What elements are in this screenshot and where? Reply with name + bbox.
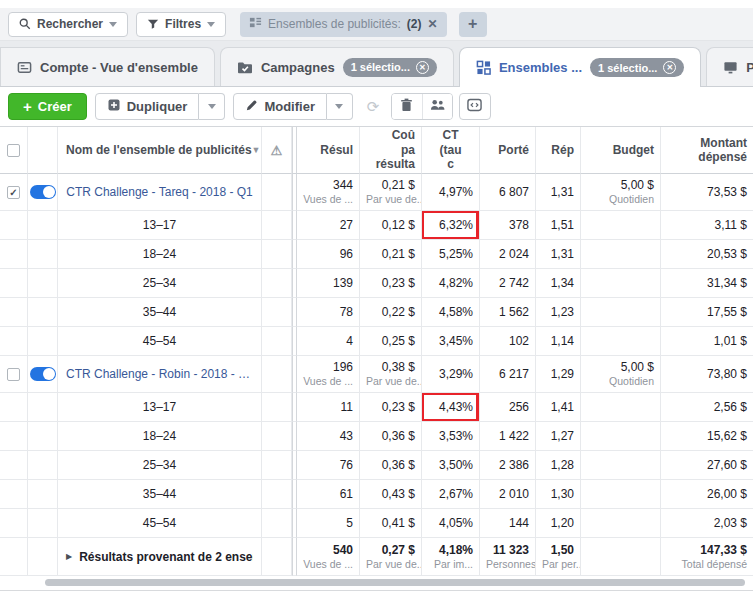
cell-value: 1 422 (486, 429, 529, 444)
cell-ctr: 4,05% (422, 509, 480, 538)
cell-sublabel: Par im... (428, 558, 473, 571)
ab-test-button[interactable] (422, 94, 452, 119)
sort-caret-icon[interactable]: ▼ (252, 145, 261, 155)
cell-spent: 73,80 $ (661, 356, 753, 393)
cell-reach: 6 807 (480, 174, 536, 211)
header-cell-results[interactable]: Résul (297, 127, 360, 174)
duplicate-button[interactable]: Dupliquer (95, 93, 200, 120)
cell-freq: 1,31 (536, 174, 581, 211)
top-strip (0, 0, 753, 8)
cell-value: 102 (486, 334, 529, 349)
adset-toggle[interactable] (30, 367, 56, 381)
cell-spent: 26,00 $ (661, 480, 753, 509)
cell-check (0, 356, 28, 393)
search-button[interactable]: Rechercher (8, 12, 128, 37)
cell-cost: 0,21 $Par vue de... (360, 174, 422, 211)
adset-toggle[interactable] (30, 185, 56, 199)
cell-budget (581, 451, 661, 480)
cell-results: 5 (297, 509, 360, 538)
cell-value: 1,29 (542, 367, 574, 382)
pencil-icon (245, 99, 258, 115)
header-cell-name[interactable]: Nom de l'ensemble de publicités ▼ (58, 127, 262, 174)
cell-check (0, 538, 28, 576)
cell-value: 1,27 (542, 429, 574, 444)
cell-value: 4,18% (428, 543, 473, 558)
adset-name-link[interactable]: CTR Challenge - Robin - 2018 - Q1 (66, 367, 253, 381)
badge-close-icon[interactable]: ✕ (416, 61, 429, 74)
cell-freq: 1,29 (536, 356, 581, 393)
edit-label: Modifier (264, 99, 315, 114)
cell-cost: 0,23 $ (360, 393, 422, 422)
select-all-checkbox[interactable] (7, 144, 20, 157)
cell-warn (262, 327, 292, 356)
table-row: 13–17110,23 $4,43%2561,412,56 $ (0, 393, 753, 422)
adset-name-link[interactable]: CTR Challenge - Tareq - 2018 - Q1 (66, 185, 253, 199)
cell-value: 20,53 $ (667, 247, 747, 262)
cell-value: 378 (486, 218, 529, 233)
cell-value: 139 (303, 276, 353, 291)
cell-name: 35–44 (58, 480, 262, 509)
badge-close-icon[interactable]: ✕ (663, 61, 676, 74)
edit-dropdown[interactable] (327, 93, 353, 120)
add-filter-button[interactable]: + (459, 12, 487, 37)
filters-button[interactable]: Filtres (136, 12, 226, 37)
tab-account-overview[interactable]: Compte - Vue d'ensemble (0, 47, 215, 86)
cell-cost: 0,41 $ (360, 509, 422, 538)
tab-adsets[interactable]: Ensembles ... 1 sélectio... ✕ (459, 47, 701, 87)
cell-check (0, 240, 28, 269)
table-row: ✓CTR Challenge - Tareq - 2018 - Q1344Vue… (0, 174, 753, 211)
cell-reach: 1 422 (480, 422, 536, 451)
header-cell-warning: ⚠ (262, 127, 292, 174)
cell-value: 4 (303, 334, 353, 349)
cell-budget: 5,00 $Quotidien (581, 356, 661, 393)
cell-ctr: 4,18%Par im... (422, 538, 480, 576)
preview-button[interactable] (459, 93, 491, 120)
caret-down-icon (208, 104, 216, 109)
cell-budget (581, 298, 661, 327)
cell-freq: 1,34 (536, 269, 581, 298)
cell-toggle (28, 509, 58, 538)
scrollbar-thumb[interactable] (45, 579, 745, 586)
delete-button[interactable] (392, 94, 422, 119)
cell-spent: 31,34 $ (661, 269, 753, 298)
row-checkbox[interactable] (7, 368, 20, 381)
tab-ads[interactable]: Publicité (706, 47, 753, 86)
ads-manager-window: Rechercher Filtres Ensembles de publicit… (0, 0, 753, 593)
header-cell-budget[interactable]: Budget (581, 127, 661, 174)
chip-close-icon[interactable]: ✕ (427, 17, 437, 31)
cell-value: 4,05% (428, 516, 473, 531)
cell-value: 2 742 (486, 276, 529, 291)
cell-warn (262, 393, 292, 422)
cell-sublabel: Par vue de... (366, 558, 415, 571)
breakdown-age-label: 45–54 (143, 516, 176, 530)
cell-toggle (28, 480, 58, 509)
cell-value: 4,43% (428, 400, 473, 415)
header-cell-frequency[interactable]: Rép (536, 127, 581, 174)
header-cell-spent[interactable]: Montant dépensé (661, 127, 753, 174)
cell-value: 2,67% (428, 487, 473, 502)
header-cell-reach[interactable]: Porté (480, 127, 536, 174)
expand-caret-icon[interactable]: ▶ (66, 552, 72, 561)
cell-warn (262, 356, 292, 393)
breakdown-age-label: 35–44 (143, 487, 176, 501)
header-cell-cost[interactable]: Coû pa résulta (360, 127, 422, 174)
adsets-filter-chip[interactable]: Ensembles de publicités: (2) ✕ (240, 12, 446, 37)
row-checkbox[interactable]: ✓ (7, 186, 20, 199)
cell-ctr: 3,50% (422, 451, 480, 480)
edit-button[interactable]: Modifier (233, 93, 327, 120)
cell-value: 0,21 $ (366, 247, 415, 262)
cell-ctr: 4,58% (422, 298, 480, 327)
tab-campaigns[interactable]: Campagnes 1 sélectio... ✕ (220, 47, 454, 86)
cell-reach: 256 (480, 393, 536, 422)
cell-value: 344 (303, 178, 353, 193)
cell-warn (262, 480, 292, 509)
cell-budget (581, 509, 661, 538)
cell-value: 5,25% (428, 247, 473, 262)
cell-freq: 1,27 (536, 422, 581, 451)
create-button[interactable]: + Créer (8, 93, 87, 120)
duplicate-dropdown[interactable] (199, 93, 225, 120)
cell-spent: 147,33 $Total dépensé (661, 538, 753, 576)
header-cell-ctr[interactable]: CT (tau c (422, 127, 480, 174)
cell-value: 1,30 (542, 487, 574, 502)
table-row: 13–17270,12 $6,32%3781,513,11 $ (0, 211, 753, 240)
